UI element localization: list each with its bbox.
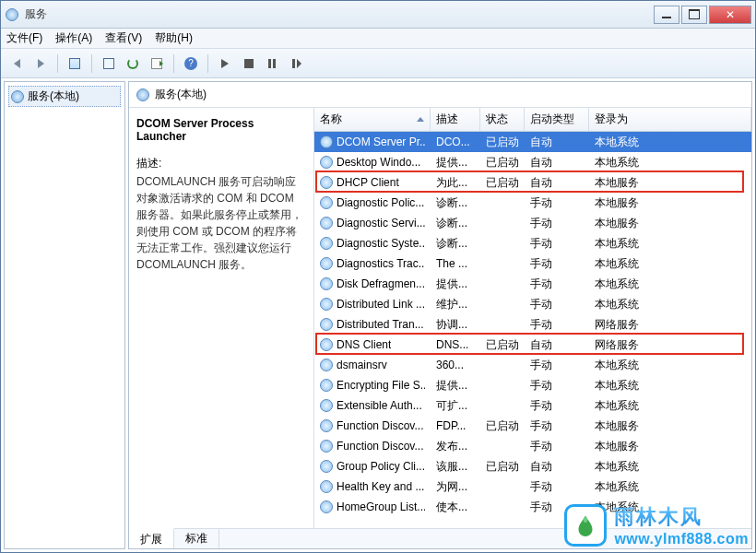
- service-status: [480, 240, 525, 247]
- tree-root-services[interactable]: 服务(本地): [8, 86, 121, 107]
- service-row[interactable]: DHCP Client为此...已启动自动本地服务: [314, 172, 751, 193]
- stop-service-button[interactable]: [239, 53, 259, 74]
- service-name: DCOM Server Pr...: [337, 135, 425, 148]
- col-header-logon[interactable]: 登录为: [589, 108, 751, 131]
- pause-service-button[interactable]: [263, 53, 283, 74]
- service-icon: [320, 176, 333, 189]
- service-name: Diagnostic Syste...: [337, 237, 425, 250]
- menu-action[interactable]: 操作(A): [55, 30, 92, 46]
- service-status: 已启动: [480, 171, 525, 194]
- service-name: HomeGroup List...: [337, 500, 425, 513]
- back-button[interactable]: [6, 53, 27, 74]
- service-icon: [320, 399, 333, 412]
- service-name: Diagnostics Trac...: [337, 257, 425, 270]
- export-button[interactable]: [147, 53, 167, 74]
- menu-help[interactable]: 帮助(H): [155, 30, 193, 46]
- service-status: [480, 361, 525, 369]
- service-row[interactable]: Group Policy Cli...该服...已启动自动本地系统: [314, 456, 751, 477]
- refresh-icon: [127, 58, 138, 69]
- service-name: Distributed Tran...: [337, 318, 424, 331]
- service-status: [480, 260, 525, 267]
- service-row[interactable]: DCOM Server Pr...DCO...已启动自动本地系统: [314, 132, 751, 152]
- service-row[interactable]: Extensible Auth...可扩...手动本地系统: [314, 395, 751, 416]
- forward-button[interactable]: [30, 53, 51, 74]
- minimize-button[interactable]: [654, 6, 679, 24]
- service-row[interactable]: DNS ClientDNS...已启动自动网络服务: [314, 335, 751, 355]
- service-name: DNS Client: [337, 338, 391, 351]
- service-status: [480, 382, 525, 389]
- service-name: Health Key and ...: [337, 480, 424, 493]
- service-row[interactable]: HomeGroup List...使本...手动本地系统: [314, 497, 751, 517]
- maximize-button[interactable]: [681, 6, 707, 24]
- service-row[interactable]: Health Key and ...为网...手动本地系统: [314, 477, 751, 497]
- detail-desc-text: DCOMLAUNCH 服务可启动响应对象激活请求的 COM 和 DCOM 服务器…: [136, 173, 306, 273]
- restart-service-button[interactable]: [287, 53, 307, 74]
- service-status: 已启动: [480, 334, 525, 357]
- service-name: Function Discov...: [337, 440, 423, 453]
- service-desc: 可扩...: [431, 394, 480, 418]
- help-button[interactable]: ?: [181, 53, 201, 74]
- service-icon: [320, 217, 333, 229]
- service-row[interactable]: Diagnostic Syste...诊断...手动本地系统: [314, 233, 751, 253]
- col-header-name[interactable]: 名称: [314, 108, 431, 131]
- service-desc: 诊断...: [431, 232, 480, 255]
- menu-file[interactable]: 文件(F): [6, 30, 42, 46]
- service-row[interactable]: Diagnostic Servi...诊断...手动本地服务: [314, 213, 751, 233]
- service-desc: FDP...: [431, 416, 480, 436]
- col-header-start[interactable]: 启动类型: [525, 108, 589, 131]
- detail-pane: DCOM Server Process Launcher 描述: DCOMLAU…: [129, 108, 313, 528]
- service-status: [480, 402, 525, 409]
- service-icon: [320, 298, 333, 311]
- content-row: DCOM Server Process Launcher 描述: DCOMLAU…: [129, 108, 751, 528]
- service-desc: DNS...: [431, 335, 480, 355]
- right-pane: 服务(本地) DCOM Server Process Launcher 描述: …: [128, 81, 752, 549]
- service-name: Diagnostic Polic...: [337, 196, 424, 209]
- service-desc: 使本...: [431, 496, 480, 519]
- service-status: [480, 503, 525, 511]
- properties-button[interactable]: [99, 53, 119, 74]
- menu-view[interactable]: 查看(V): [105, 30, 142, 46]
- service-desc: 协调...: [431, 313, 480, 336]
- col-header-desc[interactable]: 描述: [431, 108, 480, 131]
- service-icon: [320, 196, 333, 209]
- services-icon: [11, 90, 24, 103]
- services-list: 名称 描述 状态 启动类型 登录为 DCOM Server Pr...DCO..…: [313, 108, 751, 528]
- service-row[interactable]: Distributed Tran...协调...手动网络服务: [314, 314, 751, 335]
- service-icon: [320, 500, 333, 513]
- service-name: dsmainsrv: [337, 359, 387, 371]
- service-icon: [320, 318, 333, 331]
- service-row[interactable]: Desktop Windo...提供...已启动自动本地系统: [314, 152, 751, 172]
- service-icon: [320, 135, 333, 148]
- service-icon: [320, 237, 333, 250]
- left-tree-pane[interactable]: 服务(本地): [4, 81, 125, 549]
- service-row[interactable]: Disk Defragmen...提供...手动本地系统: [314, 274, 751, 294]
- refresh-button[interactable]: [123, 53, 143, 74]
- tab-standard[interactable]: 标准: [174, 529, 219, 548]
- service-row[interactable]: Distributed Link ...维护...手动本地系统: [314, 294, 751, 314]
- service-row[interactable]: Function Discov...FDP...已启动手动本地服务: [314, 416, 751, 436]
- tab-extended[interactable]: 扩展: [129, 528, 174, 548]
- play-icon: [221, 59, 229, 68]
- start-service-button[interactable]: [215, 53, 235, 74]
- service-icon: [320, 359, 333, 371]
- separator: [207, 54, 208, 73]
- service-desc: 360...: [431, 355, 480, 375]
- service-name: Group Policy Cli...: [337, 460, 425, 473]
- show-hide-tree-button[interactable]: [65, 53, 85, 74]
- window-title: 服务: [25, 6, 654, 22]
- service-status: [480, 483, 525, 490]
- arrow-right-icon: [38, 59, 44, 68]
- close-button[interactable]: [709, 6, 751, 24]
- service-row[interactable]: dsmainsrv360...手动本地系统: [314, 355, 751, 375]
- title-bar[interactable]: 服务: [1, 1, 755, 29]
- service-name: DHCP Client: [337, 176, 399, 189]
- service-row[interactable]: Function Discov...发布...手动本地服务: [314, 436, 751, 456]
- detail-desc-label: 描述:: [136, 156, 306, 171]
- list-body[interactable]: DCOM Server Pr...DCO...已启动自动本地系统Desktop …: [314, 132, 751, 528]
- app-icon: [5, 7, 19, 22]
- service-row[interactable]: Diagnostic Polic...诊断...手动本地服务: [314, 193, 751, 213]
- col-header-status[interactable]: 状态: [480, 108, 525, 131]
- service-row[interactable]: Diagnostics Trac...The ...手动本地系统: [314, 253, 751, 274]
- pause-icon: [268, 59, 278, 68]
- service-row[interactable]: Encrypting File S...提供...手动本地系统: [314, 375, 751, 395]
